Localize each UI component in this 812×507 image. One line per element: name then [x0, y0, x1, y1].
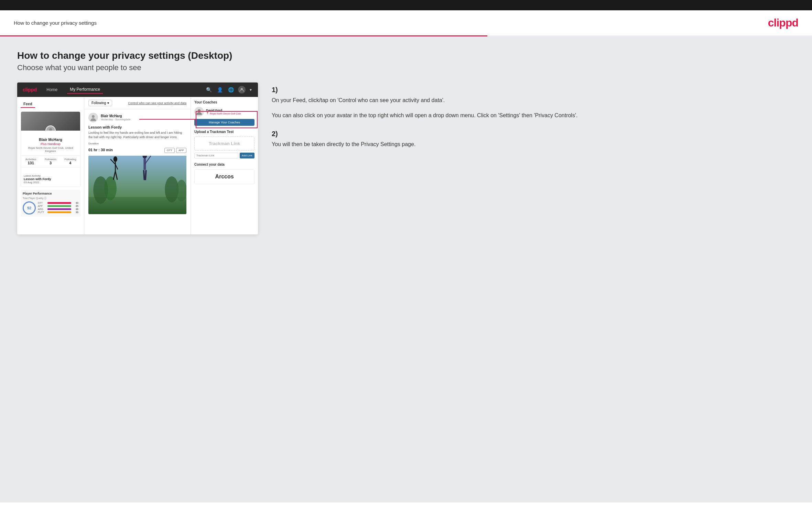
metric-putt: PUTT 96	[38, 211, 78, 213]
stats-row: Activities 131 Followers 3 Following 4	[21, 155, 80, 167]
instructions: 1) On your Feed, click/tap on 'Control w…	[272, 82, 795, 159]
svg-point-2	[92, 115, 95, 118]
arg-bar	[47, 208, 71, 210]
top-bar	[0, 0, 812, 10]
stat-activities-value: 131	[21, 161, 41, 165]
total-quality-label: Total Player Quality ⓘ	[23, 197, 78, 200]
arccos-box[interactable]: Arccos	[194, 169, 255, 184]
coaches-title: Your Coaches	[194, 100, 255, 104]
metric-arg: ARG 86	[38, 208, 78, 210]
feed-post: Blair McHarg Yesterday · Sunningdale Les…	[84, 109, 191, 218]
instruction-1-text-2: You can also click on your avatar in the…	[272, 111, 795, 120]
profile-cover	[21, 112, 80, 131]
logo: clippd	[768, 16, 798, 29]
instruction-2: 2) You will then be taken directly to th…	[272, 130, 795, 149]
coach-club-name: Royal North Devon Golf Club	[210, 112, 241, 115]
stat-following-label: Following	[61, 158, 80, 161]
player-performance: Player Performance Total Player Quality …	[21, 190, 80, 217]
profile-name: Blair McHarg	[23, 137, 78, 142]
metrics: OTT 90 APP 85	[38, 202, 78, 214]
following-button[interactable]: Following ▾	[88, 100, 112, 106]
app-label: APP	[38, 205, 46, 207]
app-nav-home[interactable]: Home	[44, 86, 60, 93]
tag-ott: OTT	[164, 148, 175, 153]
add-link-button[interactable]: Add Link	[240, 153, 255, 158]
app-sidebar: Feed	[17, 97, 84, 234]
svg-point-1	[49, 128, 52, 131]
app-value: 85	[72, 205, 78, 207]
site-footer: Copyright Clippd 2022	[0, 502, 812, 507]
arg-label: ARG	[38, 208, 46, 210]
post-description: Looking to feel like my hands are exitin…	[88, 131, 186, 139]
header-title: How to change your privacy settings	[14, 20, 97, 26]
coach-avatar	[194, 107, 204, 117]
instruction-1: 1) On your Feed, click/tap on 'Control w…	[272, 86, 795, 120]
app-mockup-wrapper: clippd Home My Performance 🔍 👤 🌐	[17, 82, 258, 234]
feed-tab[interactable]: Feed	[21, 100, 35, 108]
svg-point-6	[104, 176, 117, 200]
player-perf-title: Player Performance	[23, 192, 78, 195]
post-avatar	[88, 113, 98, 122]
stat-followers-label: Followers	[41, 158, 60, 161]
quality-row: 92 OTT 90 APP	[23, 201, 78, 214]
content-layout: clippd Home My Performance 🔍 👤 🌐	[17, 82, 795, 234]
post-title: Lesson with Fordy	[88, 125, 186, 129]
page-heading: How to change your privacy settings (Des…	[17, 50, 795, 61]
stat-followers: Followers 3	[41, 158, 60, 165]
quality-circle: 92	[23, 201, 36, 214]
trackman-input[interactable]	[194, 153, 238, 158]
svg-point-8	[176, 180, 186, 202]
putt-label: PUTT	[38, 211, 46, 213]
app-nav-performance[interactable]: My Performance	[67, 86, 103, 94]
location-icon: 📍	[206, 112, 209, 115]
avatar-button[interactable]	[238, 86, 246, 93]
following-chevron: ▾	[107, 101, 109, 105]
trackman-placeholder-box: Trackman Link	[194, 136, 255, 151]
coach-club: 📍 Royal North Devon Golf Club	[206, 112, 241, 115]
post-user-name: Blair McHarg	[101, 114, 130, 118]
app-logo: clippd	[23, 87, 37, 92]
stat-activities-label: Activities	[21, 158, 41, 161]
post-user-info: Blair McHarg Yesterday · Sunningdale	[101, 114, 130, 121]
post-location: Yesterday · Sunningdale	[101, 118, 130, 121]
post-time: 01 hr : 30 min	[88, 148, 113, 152]
trackman-input-row: Add Link	[194, 153, 255, 158]
ott-value: 90	[72, 202, 78, 204]
profile-info: Blair McHarg Plus Handicap Royal North D…	[21, 137, 80, 153]
arg-value: 86	[72, 208, 78, 210]
svg-point-9	[113, 156, 117, 162]
latest-activity-name: Lesson with Fordy	[24, 177, 77, 181]
globe-icon[interactable]: 🌐	[227, 86, 235, 93]
control-privacy-link[interactable]: Control who can see your activity and da…	[128, 101, 186, 105]
coach-info: David Ford 📍 Royal North Devon Golf Club	[206, 109, 241, 115]
manage-coaches-button[interactable]: Manage Your Coaches	[194, 119, 255, 126]
coaches-section: Your Coaches David Ford	[194, 100, 255, 126]
latest-date: 03 Aug 2022	[24, 181, 77, 184]
stat-activities: Activities 131	[21, 158, 41, 165]
user-icon[interactable]: 👤	[216, 86, 224, 93]
post-header: Blair McHarg Yesterday · Sunningdale	[88, 113, 186, 122]
search-icon[interactable]: 🔍	[205, 86, 213, 93]
post-duration-label: Duration	[88, 142, 186, 145]
metric-ott: OTT 90	[38, 202, 78, 204]
latest-activity-section: Latest Activity Lesson with Fordy 03 Aug…	[21, 170, 80, 187]
latest-label: Latest Activity	[24, 174, 77, 177]
post-bottom-row: 01 hr : 30 min OTT APP	[88, 146, 186, 153]
dropdown-chevron: ▼	[249, 88, 252, 92]
feed-header: Following ▾ Control who can see your act…	[84, 97, 191, 109]
profile-subtitle: Plus Handicap	[23, 142, 78, 146]
coach-name: David Ford	[206, 109, 241, 112]
page-subheading: Choose what you want people to see	[17, 63, 795, 72]
coach-row: David Ford 📍 Royal North Devon Golf Club	[194, 107, 255, 117]
connect-section: Connect your data Arccos	[194, 163, 255, 184]
app-bar	[47, 205, 71, 207]
app-nav-right: 🔍 👤 🌐 ▼	[205, 86, 252, 93]
app-navbar: clippd Home My Performance 🔍 👤 🌐	[17, 82, 258, 97]
ott-label: OTT	[38, 202, 46, 204]
connect-title: Connect your data	[194, 163, 255, 166]
instruction-1-number: 1)	[272, 86, 795, 94]
instruction-2-number: 2)	[272, 130, 795, 138]
putt-value: 96	[72, 211, 78, 213]
post-image	[88, 156, 186, 214]
site-header: How to change your privacy settings clip…	[0, 10, 812, 35]
